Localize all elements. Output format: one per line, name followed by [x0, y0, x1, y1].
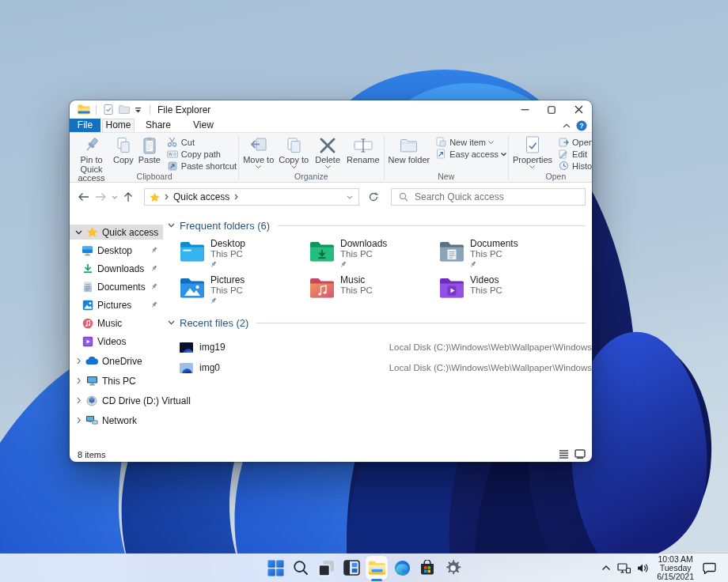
section-title: Recent files (2) [180, 317, 248, 329]
new-item-icon [434, 137, 447, 148]
rename-button[interactable]: Rename [344, 134, 382, 165]
nav-documents[interactable]: Documents [70, 279, 163, 294]
close-button[interactable] [565, 100, 592, 119]
pin-icon [151, 301, 157, 308]
tray-clock[interactable]: 10:03 AM Tuesday 6/15/2021 [657, 555, 694, 581]
move-to-button[interactable]: Move to [241, 134, 276, 168]
search-button[interactable] [288, 554, 313, 582]
address-dropdown-icon[interactable] [344, 195, 355, 199]
nav-label: Videos [97, 336, 126, 347]
nav-network[interactable]: Network [70, 413, 163, 428]
nav-quick-access[interactable]: Quick access [70, 225, 163, 240]
folder-tile-desktop[interactable]: Desktop This PC [180, 238, 309, 274]
nav-label: Desktop [97, 245, 132, 256]
breadcrumb-chevron [234, 194, 238, 200]
qat-newfolder-icon[interactable] [118, 104, 131, 116]
recent-file-img19[interactable]: img19 Local Disk (C:)\Windows\Web\Wallpa… [180, 338, 592, 356]
frequent-folders-header[interactable]: Frequent folders (6) [165, 218, 592, 232]
large-icons-view-button[interactable] [574, 449, 586, 459]
tab-share[interactable]: Share [135, 119, 182, 132]
nav-videos[interactable]: Videos [70, 334, 163, 349]
recent-file-img0[interactable]: img0 Local Disk (C:)\Windows\Web\Wallpap… [180, 359, 592, 376]
copy-path-button[interactable]: w Copy path [166, 148, 237, 160]
forward-button[interactable] [92, 188, 109, 206]
tab-home[interactable]: Home [102, 119, 135, 132]
tab-view[interactable]: View [182, 119, 225, 132]
videos-icon [82, 335, 93, 347]
file-explorer-window: File Explorer File Home Share View [70, 100, 592, 462]
nav-onedrive[interactable]: OneDrive [70, 353, 163, 368]
edge-button[interactable] [389, 554, 415, 582]
minimize-ribbon-icon[interactable] [563, 123, 571, 128]
copy-to-button[interactable]: Copy to [276, 134, 311, 168]
search-box[interactable]: Search Quick access [391, 188, 586, 206]
new-item-button[interactable]: New item [434, 136, 506, 148]
nav-desktop[interactable]: Desktop [70, 243, 163, 258]
new-folder-button[interactable]: New folder [386, 134, 433, 165]
group-label-organize: Organize [241, 172, 381, 182]
task-view-button[interactable] [313, 554, 339, 582]
widgets-button[interactable] [339, 554, 364, 582]
chat-tray-icon[interactable] [700, 554, 719, 582]
store-button[interactable] [415, 554, 440, 582]
chevron-down-icon[interactable] [74, 230, 83, 235]
qat-customize-dropdown[interactable] [134, 104, 142, 116]
easy-access-button[interactable]: Easy access [434, 148, 506, 160]
ribbon-group-organize: Move to Copy to [241, 133, 381, 182]
chevron-right-icon[interactable] [74, 377, 83, 384]
folder-tile-downloads[interactable]: Downloads This PC [309, 238, 439, 274]
breadcrumb-quick-access[interactable]: Quick access [173, 191, 229, 202]
qat-properties-icon[interactable] [102, 104, 115, 116]
chevron-right-icon[interactable] [74, 397, 83, 404]
refresh-button[interactable] [365, 188, 382, 206]
paste-button[interactable]: Paste [136, 134, 163, 165]
recent-file-path: Local Disk (C:)\Windows\Web\Wallpaper\Wi… [389, 342, 592, 352]
chevron-right-icon[interactable] [74, 357, 83, 365]
help-icon[interactable]: ? [576, 120, 587, 131]
up-button[interactable] [119, 188, 137, 206]
recent-files-header[interactable]: Recent files (2) [165, 316, 592, 330]
recent-locations-dropdown[interactable] [109, 188, 119, 206]
details-view-button[interactable] [559, 449, 569, 459]
settings-button[interactable] [440, 554, 465, 582]
nav-pictures[interactable]: Pictures [70, 297, 163, 312]
edit-button[interactable]: Edit [557, 148, 592, 160]
delete-button[interactable]: Delete [311, 134, 344, 168]
folder-tile-pictures[interactable]: Pictures This PC [180, 274, 309, 311]
ribbon-group-open: Properties Open [510, 133, 592, 182]
cut-button[interactable]: Cut [166, 136, 237, 148]
folder-tile-documents[interactable]: Documents This PC [439, 238, 569, 274]
back-button[interactable] [74, 188, 92, 206]
network-tray-icon[interactable] [614, 554, 634, 582]
nav-downloads[interactable]: Downloads [70, 261, 163, 276]
properties-button[interactable]: Properties [510, 134, 555, 168]
ribbon-separator [238, 135, 239, 180]
folder-tile-music[interactable]: Music This PC [309, 274, 439, 311]
paste-icon [142, 135, 157, 156]
group-label-open: Open [510, 172, 592, 182]
file-explorer-taskbar-button[interactable] [364, 554, 389, 582]
nav-cd-drive[interactable]: CD Drive (D:) Virtuall [70, 393, 163, 408]
recent-file-name: img0 [199, 362, 389, 373]
music-folder-icon [309, 276, 335, 300]
nav-this-pc[interactable]: This PC [70, 373, 163, 388]
minimize-button[interactable] [511, 100, 538, 119]
folder-tile-videos[interactable]: Videos This PC [439, 274, 569, 311]
maximize-button[interactable] [538, 100, 565, 119]
tile-location: This PC [470, 249, 518, 259]
chevron-right-icon[interactable] [74, 417, 83, 424]
downloads-folder-icon [309, 240, 335, 263]
quick-access-star-icon [150, 192, 160, 202]
address-bar[interactable]: Quick access [144, 188, 359, 206]
pin-icon [84, 135, 100, 156]
chevron-down-icon [167, 223, 176, 228]
copy-button[interactable]: Copy [111, 134, 136, 165]
open-button[interactable]: Open [557, 136, 592, 148]
tray-show-hidden-icons[interactable] [598, 554, 614, 582]
tab-file[interactable]: File [70, 119, 100, 132]
history-button[interactable]: History [557, 160, 592, 172]
nav-music[interactable]: Music [70, 316, 163, 331]
start-button[interactable] [263, 554, 288, 582]
paste-shortcut-button[interactable]: Paste shortcut [166, 160, 237, 172]
volume-tray-icon[interactable] [634, 554, 652, 582]
